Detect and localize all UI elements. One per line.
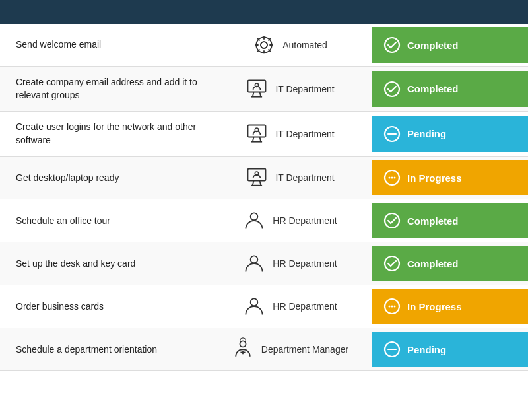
svg-point-33 [391, 306, 393, 308]
status-cell: Completed [372, 242, 528, 285]
status-label: Completed [407, 215, 459, 227]
status-cell: Completed [372, 67, 528, 112]
status-cell: In Progress [372, 157, 528, 199]
assigned-cell: HR Department [208, 285, 372, 328]
svg-point-27 [385, 213, 399, 228]
status-cell: Pending [372, 112, 528, 157]
svg-point-34 [394, 306, 396, 308]
svg-point-23 [389, 177, 391, 179]
task-cell: Schedule an office tour [0, 199, 208, 242]
assignee-name: Department Manager [261, 344, 348, 355]
table-row: Schedule an office tour HR Department Co… [0, 199, 528, 242]
task-cell: Create user logins for the network and o… [0, 112, 208, 157]
assignee-name: IT Department [275, 129, 334, 139]
svg-point-9 [385, 82, 399, 96]
task-cell: Send welcome email [0, 24, 208, 67]
assigned-cell: Department Manager [208, 328, 372, 371]
table-row: Create company email address and add it … [0, 67, 528, 112]
svg-line-19 [260, 181, 261, 186]
assignee-name: HR Department [273, 258, 337, 269]
table-row: Send welcome email Automated Completed [0, 24, 528, 67]
svg-line-12 [260, 137, 261, 141]
status-label: Completed [407, 258, 459, 269]
svg-point-3 [385, 38, 399, 52]
status-label: Pending [407, 128, 446, 139]
svg-line-18 [253, 181, 254, 186]
status-label: Completed [407, 83, 459, 94]
svg-point-26 [251, 213, 258, 221]
svg-line-5 [253, 92, 254, 96]
status-cell: Completed [372, 24, 528, 67]
status-cell: Pending [372, 328, 528, 371]
assigned-cell: IT Department [208, 112, 372, 157]
assignee-name: IT Department [275, 172, 334, 183]
table-row: Get desktop/laptop ready IT Department I… [0, 157, 528, 199]
task-cell: Create company email address and add it … [0, 67, 208, 112]
status-cell: In Progress [372, 285, 528, 328]
assignee-name: HR Department [273, 215, 337, 226]
svg-point-2 [261, 42, 267, 48]
svg-line-11 [253, 137, 254, 141]
svg-point-30 [251, 299, 258, 306]
assigned-column-header [208, 0, 372, 24]
status-label: Pending [407, 344, 446, 355]
assigned-cell: IT Department [208, 157, 372, 199]
table-row: Schedule a department orientation Depart… [0, 328, 528, 371]
table-row: Set up the desk and key card HR Departme… [0, 242, 528, 285]
assignee-name: Automated [282, 40, 327, 50]
svg-point-35 [240, 341, 246, 347]
status-column-header [372, 0, 528, 24]
assigned-cell: HR Department [208, 242, 372, 285]
svg-point-24 [391, 177, 393, 179]
status-label: In Progress [407, 172, 462, 184]
status-label: Completed [407, 40, 459, 51]
assigned-cell: HR Department [208, 199, 372, 242]
assignee-name: HR Department [273, 301, 337, 312]
task-cell: Schedule a department orientation [0, 328, 208, 371]
task-cell: Order business cards [0, 285, 208, 328]
svg-line-6 [260, 92, 261, 96]
status-cell: Completed [372, 199, 528, 242]
svg-point-28 [251, 256, 258, 263]
task-cell: Get desktop/laptop ready [0, 157, 208, 199]
task-cell: Set up the desk and key card [0, 242, 208, 285]
assigned-cell: IT Department [208, 67, 372, 112]
table-row: Order business cards HR Department In Pr… [0, 285, 528, 328]
table-row: Create user logins for the network and o… [0, 112, 528, 157]
svg-point-32 [389, 306, 391, 308]
status-label: In Progress [407, 301, 462, 312]
svg-point-25 [394, 177, 396, 179]
task-column-header [0, 0, 208, 24]
assigned-cell: Automated [208, 24, 372, 67]
assignee-name: IT Department [275, 84, 334, 94]
svg-point-29 [385, 256, 399, 271]
